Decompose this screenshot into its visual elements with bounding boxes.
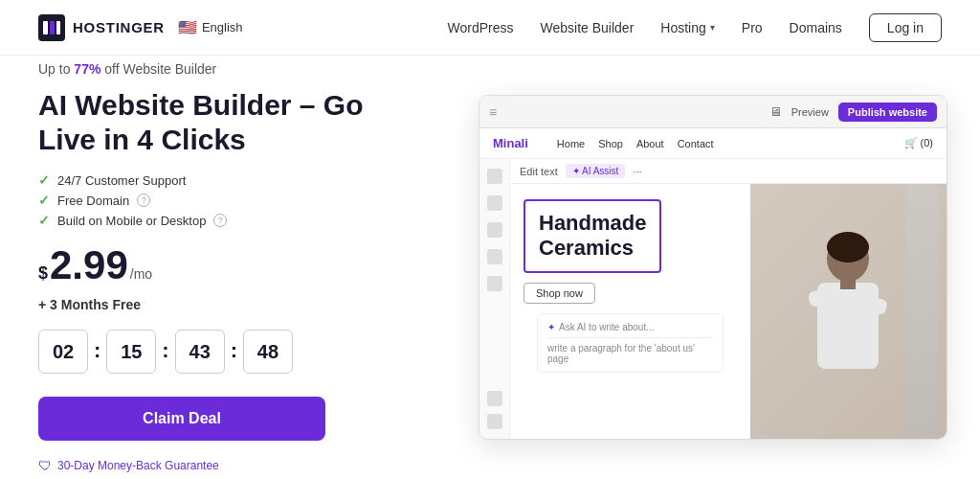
check-icon: ✓ — [38, 172, 50, 188]
flag-icon: 🇺🇸 — [178, 18, 197, 36]
mock-cart: 🛒 (0) — [904, 137, 934, 149]
countdown-timer: 02 : 15 : 43 : 48 — [38, 330, 440, 374]
features-list: ✓ 24/7 Customer Support ✓ Free Domain ? … — [38, 172, 440, 228]
sidebar-icon-2 — [487, 195, 502, 211]
ai-spark-icon: ✦ — [547, 322, 555, 332]
browser-toolbar: ≡ 🖥 Preview Publish website — [479, 96, 947, 128]
info-icon-mobile[interactable]: ? — [213, 214, 227, 227]
check-icon-2: ✓ — [38, 193, 50, 208]
mock-edit-bar: Edit text ✦ AI Assist ··· — [510, 159, 947, 184]
shop-now-button[interactable]: Shop now — [523, 283, 595, 304]
feature-mobile-label: Build on Mobile or Desktop — [57, 214, 206, 228]
monitor-icon: 🖥 — [769, 104, 782, 119]
sidebar-icon-4 — [487, 249, 502, 264]
sidebar-icon-7 — [487, 414, 502, 429]
more-options: ··· — [633, 166, 641, 177]
countdown-seconds: 43 — [175, 330, 225, 374]
svg-point-5 — [827, 232, 869, 262]
mock-ai-chat: ✦ Ask AI to write about... write a parag… — [537, 313, 724, 373]
sidebar-icon-3 — [487, 222, 502, 238]
toolbar-right: 🖥 Preview Publish website — [769, 103, 937, 122]
claim-deal-button[interactable]: Claim Deal — [38, 397, 325, 441]
countdown-sep-3: : — [231, 338, 237, 363]
price-main: 2.99 — [50, 245, 128, 285]
feature-support: ✓ 24/7 Customer Support — [38, 172, 440, 188]
login-button[interactable]: Log in — [869, 13, 942, 42]
shield-icon: 🛡 — [38, 458, 52, 473]
sidebar-icon-1 — [487, 169, 502, 184]
countdown-sep-2: : — [162, 338, 168, 363]
mock-hero-left: Handmade Ceramics Shop now ✦ Ask AI to w… — [510, 184, 750, 439]
logo-text: HOSTINGER — [73, 19, 165, 35]
countdown-hours: 02 — [38, 330, 88, 374]
nav-domains[interactable]: Domains — [790, 20, 842, 35]
svg-rect-1 — [43, 21, 48, 34]
language-selector[interactable]: 🇺🇸 English — [178, 18, 243, 36]
logo[interactable]: HOSTINGER — [38, 14, 165, 41]
sidebar-icon-6 — [487, 391, 502, 406]
mock-body: Edit text ✦ AI Assist ··· Handmade Ceram… — [479, 159, 947, 439]
price-per: /mo — [130, 266, 152, 282]
countdown-minutes: 15 — [106, 330, 156, 374]
browser-mockup: ≡ 🖥 Preview Publish website Minali Home … — [479, 95, 947, 440]
main-nav: WordPress Website Builder Hosting ▾ Pro … — [448, 13, 942, 42]
nav-website-builder[interactable]: Website Builder — [541, 20, 635, 35]
logo-icon — [38, 14, 65, 41]
edit-text-label: Edit text — [520, 166, 558, 177]
mock-main-content: Edit text ✦ AI Assist ··· Handmade Ceram… — [510, 159, 947, 439]
toolbar-dots: ≡ — [489, 104, 497, 120]
ai-assist-button[interactable]: ✦ AI Assist — [566, 164, 626, 178]
publish-website-button[interactable]: Publish website — [838, 103, 937, 122]
feature-support-label: 24/7 Customer Support — [57, 173, 186, 188]
mock-nav-home: Home — [557, 138, 585, 149]
promo-text: Up to 77% off Website Builder — [38, 61, 440, 77]
countdown-millis: 48 — [243, 330, 293, 374]
svg-rect-3 — [56, 21, 60, 34]
headline: AI Website Builder – GoLive in 4 Clicks — [38, 88, 440, 157]
hero-left: Up to 77% off Website Builder AI Website… — [38, 61, 440, 473]
guarantee-text: 🛡 30-Day Money-Back Guarantee — [38, 458, 440, 473]
ai-chat-sample: write a paragraph for the 'about us' pag… — [547, 343, 713, 364]
mock-hero-area: Handmade Ceramics Shop now ✦ Ask AI to w… — [510, 184, 947, 439]
nav-pro[interactable]: Pro — [742, 20, 763, 35]
check-icon-3: ✓ — [38, 213, 50, 228]
mock-sidebar — [479, 159, 510, 439]
mock-site-name: Minali — [493, 136, 528, 150]
header-left: HOSTINGER 🇺🇸 English — [38, 14, 243, 41]
info-icon-domain[interactable]: ? — [137, 194, 150, 207]
hosting-chevron-icon: ▾ — [710, 22, 715, 33]
language-label: English — [202, 20, 243, 34]
feature-domain: ✓ Free Domain ? — [38, 193, 440, 208]
mock-nav-about: About — [636, 138, 664, 149]
sidebar-icon-5 — [487, 276, 502, 291]
countdown-sep-1: : — [94, 338, 100, 363]
sculpture-bg — [905, 184, 939, 439]
ai-chat-input-row: ✦ Ask AI to write about... — [547, 322, 713, 338]
svg-rect-2 — [50, 21, 55, 34]
mock-nav-links: Home Shop About Contact — [557, 138, 714, 149]
bonus-text: + 3 Months Free — [38, 297, 440, 312]
mock-nav-shop: Shop — [598, 138, 623, 149]
promo-percent: 77% — [74, 61, 100, 77]
main-content: Up to 77% off Website Builder AI Website… — [0, 56, 980, 479]
nav-wordpress[interactable]: WordPress — [448, 20, 514, 35]
feature-mobile: ✓ Build on Mobile or Desktop ? — [38, 213, 440, 228]
header: HOSTINGER 🇺🇸 English WordPress Website B… — [0, 0, 980, 56]
nav-hosting[interactable]: Hosting ▾ — [660, 20, 714, 35]
person-svg — [791, 220, 905, 402]
ai-chat-placeholder[interactable]: Ask AI to write about... — [559, 322, 655, 332]
hero-right: ≡ 🖥 Preview Publish website Minali Home … — [479, 95, 947, 440]
price-dollar: $ — [38, 263, 48, 284]
svg-rect-9 — [840, 276, 856, 289]
mock-heading: Handmade Ceramics — [523, 199, 661, 273]
person-image — [750, 184, 947, 439]
price-row: $ 2.99 /mo — [38, 245, 440, 285]
feature-domain-label: Free Domain — [57, 194, 129, 208]
preview-text: Preview — [791, 106, 829, 118]
mock-site-nav: Minali Home Shop About Contact 🛒 (0) — [479, 128, 947, 159]
mock-hero-image — [750, 184, 947, 439]
mock-nav-contact: Contact — [678, 138, 714, 149]
